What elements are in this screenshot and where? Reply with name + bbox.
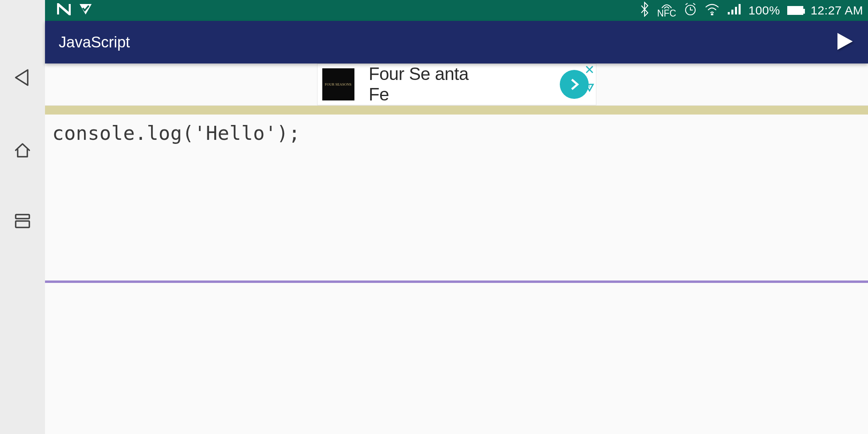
recent-apps-button[interactable]: [13, 213, 32, 231]
status-bar: NFC 100% 12:27 AM: [45, 0, 868, 21]
alarm-icon: [684, 2, 697, 19]
nfc-icon: NFC: [657, 3, 676, 18]
battery-icon: [787, 6, 803, 15]
ad-info-icon[interactable]: i: [585, 83, 594, 94]
svg-rect-1: [16, 215, 29, 219]
clock-time: 12:27 AM: [811, 4, 863, 17]
android-nav-rail: [0, 0, 45, 434]
svg-point-4: [711, 14, 713, 15]
battery-percentage: 100%: [749, 4, 780, 17]
output-area: [45, 283, 868, 434]
svg-marker-0: [16, 70, 28, 85]
bluetooth-icon: [639, 2, 650, 20]
svg-rect-5: [728, 12, 730, 14]
ad-thumbnail: FOUR SEASONS: [322, 68, 354, 100]
back-button[interactable]: [13, 68, 32, 88]
android-n-icon: [57, 3, 71, 18]
phone-screen: NFC 100% 12:27 AM JavaScript FOUR SEASO: [45, 0, 868, 434]
code-editor[interactable]: console.log('Hello');: [45, 115, 868, 280]
wifi-icon: [704, 3, 720, 18]
svg-rect-2: [16, 221, 29, 227]
cell-signal-icon: [727, 3, 741, 18]
home-button[interactable]: [13, 141, 32, 161]
svg-rect-8: [739, 4, 741, 14]
svg-text:i: i: [589, 84, 590, 88]
svg-marker-9: [837, 33, 853, 50]
svg-rect-6: [731, 10, 733, 14]
svg-rect-7: [735, 7, 737, 14]
ad-close-icon[interactable]: [585, 65, 594, 76]
app-bar: JavaScript: [45, 21, 868, 63]
ad-banner[interactable]: FOUR SEASONS Four Se antaFe Test Ad i: [317, 63, 596, 105]
ad-banner-row: FOUR SEASONS Four Se antaFe Test Ad i: [45, 63, 868, 106]
code-content[interactable]: console.log('Hello');: [52, 122, 861, 144]
run-button[interactable]: [834, 31, 854, 53]
checkmark-app-icon: [79, 3, 92, 18]
app-title: JavaScript: [59, 34, 130, 51]
